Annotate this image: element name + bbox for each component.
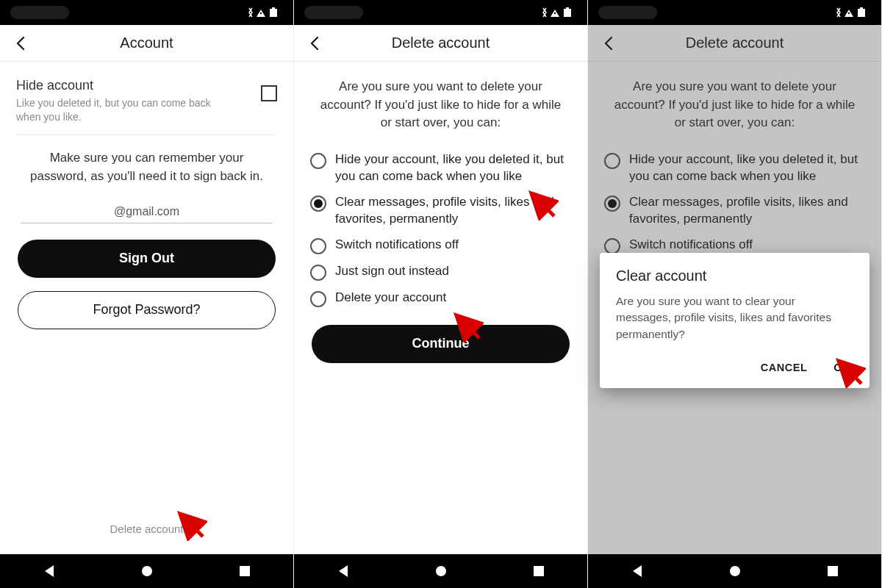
sign-out-button[interactable]: Sign Out — [18, 240, 276, 278]
android-nav-bar — [588, 554, 881, 588]
forgot-password-label: Forgot Password? — [93, 302, 200, 318]
hide-account-subtitle: Like you deleted it, but you can come ba… — [16, 96, 215, 124]
svg-point-17 — [730, 566, 740, 576]
option-hide-account[interactable]: Hide your account, like you deleted it, … — [310, 147, 571, 190]
hide-account-title: Hide account — [16, 78, 215, 93]
dialog-ok-button[interactable]: OK — [831, 356, 853, 379]
triangle-back-icon — [630, 564, 645, 578]
svg-point-11 — [436, 566, 446, 576]
nav-recent-button[interactable] — [789, 564, 877, 578]
status-clock-pill — [598, 6, 657, 19]
nav-home-button[interactable] — [103, 564, 191, 578]
status-icons — [836, 7, 871, 18]
hide-account-text: Hide account Like you deleted it, but yo… — [16, 78, 215, 124]
option-delete-account[interactable]: Delete your account — [310, 285, 571, 312]
clear-account-dialog: Clear account Are you sure you want to c… — [600, 253, 870, 388]
dialog-actions: CANCEL OK — [616, 356, 853, 379]
screen1-content: Hide account Like you deleted it, but yo… — [0, 62, 293, 554]
title-bar: Delete account — [294, 25, 587, 62]
square-recent-icon — [237, 564, 252, 578]
screen2-content: Are you sure you want to delete your acc… — [294, 62, 587, 554]
svg-point-4 — [142, 566, 152, 576]
page-title: Account — [7, 35, 286, 51]
square-recent-icon — [531, 564, 546, 578]
svg-rect-1 — [270, 9, 277, 17]
option-label: Delete your account — [335, 290, 446, 306]
option-notifications-off[interactable]: Switch notifications off — [310, 232, 571, 259]
sign-out-label: Sign Out — [119, 251, 174, 266]
svg-rect-15 — [860, 7, 863, 9]
continue-button[interactable]: Continue — [312, 325, 570, 363]
divider — [16, 135, 277, 135]
delete-account-link[interactable]: Delete account — [0, 523, 293, 535]
nav-back-button[interactable] — [299, 564, 387, 578]
remember-password-text: Make sure you can remember your password… — [0, 148, 293, 205]
svg-rect-8 — [566, 7, 569, 9]
radio-icon — [310, 153, 326, 169]
status-clock-pill — [10, 6, 69, 19]
radio-icon — [310, 291, 326, 307]
option-label: Just sign out instead — [335, 263, 449, 280]
nav-recent-button[interactable] — [495, 564, 583, 578]
circle-home-icon — [140, 564, 154, 578]
square-recent-icon — [825, 564, 840, 578]
hide-account-checkbox[interactable] — [261, 85, 277, 101]
nav-recent-button[interactable] — [201, 564, 289, 578]
delete-prompt-text: Are you sure you want to delete your acc… — [294, 62, 587, 147]
nav-back-button[interactable] — [593, 564, 681, 578]
option-label: Clear messages, profile visits, likes an… — [335, 194, 571, 228]
option-label: Switch notifications off — [335, 237, 459, 254]
status-bar — [294, 0, 587, 25]
forgot-password-button[interactable]: Forgot Password? — [18, 291, 276, 329]
radio-icon — [310, 238, 326, 254]
continue-label: Continue — [412, 336, 470, 351]
phone-3: Delete account Are you sure you want to … — [588, 0, 882, 588]
triangle-back-icon — [42, 564, 57, 578]
option-clear-data[interactable]: Clear messages, profile visits, likes an… — [310, 190, 571, 232]
svg-rect-5 — [240, 566, 250, 576]
status-icons — [248, 7, 283, 18]
status-bar — [0, 0, 293, 25]
email-underline — [21, 223, 273, 223]
circle-home-icon — [434, 564, 448, 578]
page-title: Delete account — [301, 35, 580, 51]
svg-point-13 — [848, 12, 850, 14]
android-nav-bar — [294, 554, 587, 588]
android-nav-bar — [0, 554, 293, 588]
radio-icon — [310, 196, 326, 212]
svg-rect-7 — [564, 9, 571, 17]
svg-rect-2 — [272, 7, 275, 9]
delete-account-label: Delete account — [110, 523, 183, 535]
dialog-cancel-button[interactable]: CANCEL — [758, 356, 810, 379]
svg-point-6 — [554, 12, 556, 14]
status-clock-pill — [304, 6, 363, 19]
status-bar — [588, 0, 881, 25]
title-bar: Account — [0, 25, 293, 62]
email-value: @gmail.com — [0, 205, 293, 223]
svg-point-0 — [260, 12, 262, 14]
radio-icon — [310, 265, 326, 281]
ok-label: OK — [833, 362, 850, 373]
delete-options-list: Hide your account, like you deleted it, … — [294, 147, 587, 312]
nav-home-button[interactable] — [397, 564, 485, 578]
phone-2: Delete account Are you sure you want to … — [294, 0, 588, 588]
nav-back-button[interactable] — [5, 564, 93, 578]
option-sign-out[interactable]: Just sign out instead — [310, 259, 571, 285]
dialog-title: Clear account — [616, 268, 853, 284]
nav-home-button[interactable] — [691, 564, 779, 578]
svg-rect-14 — [858, 9, 865, 17]
phone-1: Account Hide account Like you deleted it… — [0, 0, 294, 588]
dimmed-background: Delete account Are you sure you want to … — [588, 25, 881, 554]
svg-rect-18 — [828, 566, 838, 576]
option-label: Hide your account, like you deleted it, … — [335, 151, 571, 185]
svg-rect-12 — [534, 566, 544, 576]
cancel-label: CANCEL — [761, 362, 807, 373]
hide-account-row[interactable]: Hide account Like you deleted it, but yo… — [0, 62, 293, 135]
status-icons — [542, 7, 577, 18]
circle-home-icon — [728, 564, 742, 578]
dialog-body: Are you sure you want to clear your mess… — [616, 293, 853, 343]
triangle-back-icon — [336, 564, 351, 578]
